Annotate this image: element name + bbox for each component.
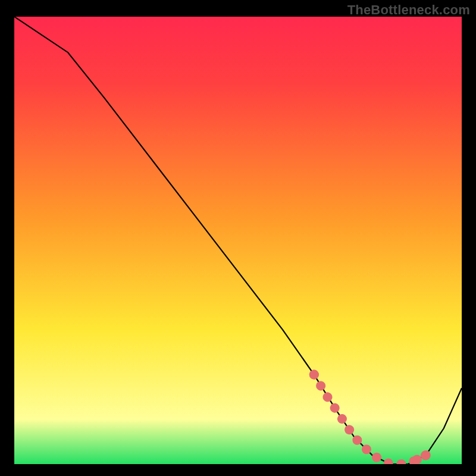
chart-frame: TheBottleneck.com bbox=[0, 0, 476, 476]
attribution-label: TheBottleneck.com bbox=[347, 2, 470, 18]
gradient-background bbox=[14, 17, 462, 464]
highlight-dot bbox=[412, 455, 422, 465]
bottleneck-plot bbox=[14, 17, 462, 464]
highlight-dot bbox=[421, 450, 431, 460]
highlight-dot bbox=[309, 370, 319, 380]
